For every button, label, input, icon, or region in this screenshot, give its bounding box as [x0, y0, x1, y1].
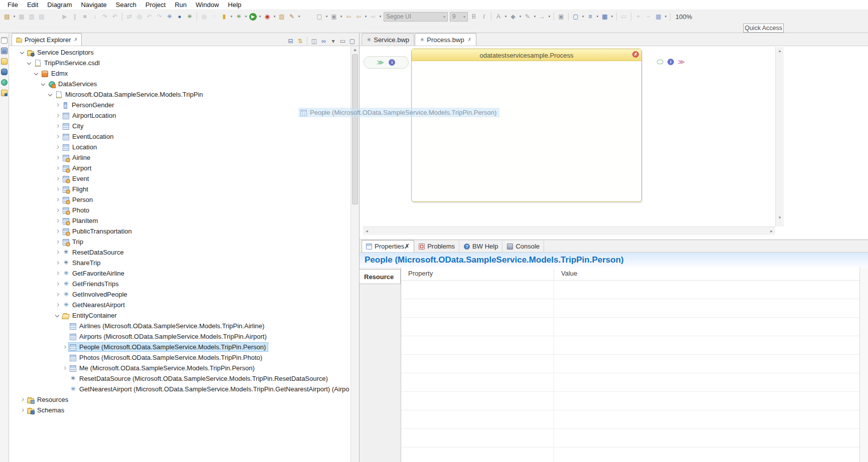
tab-problems[interactable]: Problems — [414, 240, 459, 252]
build-application-button[interactable]: ✳ — [165, 12, 174, 21]
tree-item[interactable]: Flight — [9, 184, 351, 194]
tab-service-bwp[interactable]: ✳Service.bwp — [362, 33, 414, 46]
menu-run[interactable]: Run — [170, 0, 191, 10]
copy-appearance-button[interactable]: ▣ — [557, 12, 566, 21]
tree-item-content[interactable]: ResetDataSource — [61, 248, 126, 257]
tree-item[interactable]: GetNearestAirport — [9, 300, 351, 310]
italic-button[interactable]: I — [479, 12, 488, 21]
navigate-forward-button[interactable]: ⇨ — [369, 12, 378, 21]
twistie-icon[interactable] — [54, 123, 61, 130]
collapse-all-button[interactable]: ⊟ — [286, 37, 295, 46]
save-all-button[interactable]: ▥ — [27, 12, 36, 21]
menu-search[interactable]: Search — [111, 0, 141, 10]
tree-item-content[interactable]: Microsoft.OData.SampleService.Models.Tri… — [54, 90, 206, 99]
twistie-icon[interactable] — [54, 133, 61, 140]
tree-item-content[interactable]: PersonGender — [61, 100, 117, 110]
property-row[interactable] — [401, 299, 859, 318]
maximize-button[interactable]: ▢ — [348, 37, 357, 46]
scroll-up-icon[interactable]: ▴ — [776, 47, 784, 55]
debug-application-button[interactable]: ◉ — [263, 12, 272, 21]
dropdown-caret-icon[interactable]: ▾ — [533, 15, 537, 19]
twistie-icon[interactable] — [54, 270, 61, 277]
ruler-units-button[interactable]: ▮ — [220, 12, 229, 21]
dropdown-caret-icon[interactable]: ▾ — [518, 15, 523, 19]
tree-item-content[interactable]: Event — [61, 174, 91, 183]
tree-item[interactable]: Airline — [9, 152, 351, 163]
twistie-icon[interactable] — [54, 112, 61, 119]
twistie-icon[interactable] — [54, 196, 61, 203]
tree-item-content[interactable]: Me (Microsoft.OData.SampleService.Models… — [68, 363, 257, 373]
dropdown-caret-icon[interactable]: ▾ — [12, 15, 17, 19]
tree-item[interactable]: People (Microsoft.OData.SampleService.Mo… — [9, 342, 351, 352]
menu-window[interactable]: Window — [191, 0, 223, 10]
grid-button[interactable]: ▦ — [654, 12, 663, 21]
add-note-button[interactable]: ▢ — [315, 12, 324, 21]
tree-item[interactable]: Airlines (Microsoft.OData.SampleService.… — [9, 321, 351, 331]
tree-item[interactable]: GetFavoriteAirline — [9, 268, 351, 279]
minimize-button[interactable]: ▭ — [338, 37, 347, 46]
tree-item[interactable]: Airport — [9, 163, 351, 173]
tree-item-content[interactable]: People (Microsoft.OData.SampleService.Mo… — [68, 342, 268, 352]
user-search-button[interactable]: ● — [175, 12, 184, 21]
twistie-icon[interactable] — [19, 49, 26, 56]
skip-breakpoints-button[interactable]: ⇄ — [125, 12, 134, 21]
tab-bw-help[interactable]: ?BW Help — [459, 240, 502, 252]
tree-item-content[interactable]: Resources — [26, 395, 71, 404]
tree-item-content[interactable]: Trip — [61, 237, 86, 247]
debug-terminate-button[interactable]: ■ — [80, 12, 89, 21]
align-button[interactable]: ≡ — [586, 12, 595, 21]
external-tools-button[interactable]: ◎ — [200, 12, 209, 21]
process-box[interactable]: odatatestservicesample.Process ✗ — [411, 49, 642, 202]
navigate-back-history-button[interactable]: ⇦ — [354, 12, 363, 21]
twistie-icon[interactable] — [54, 228, 61, 235]
chevrons-icon[interactable]: ≫ — [377, 59, 384, 66]
marquee-zoom-button[interactable]: ▭ — [619, 12, 628, 21]
font-size-combo[interactable]: 9▾ — [450, 12, 468, 22]
process-box-header[interactable]: odatatestservicesample.Process ✗ — [412, 49, 641, 61]
column-header-value[interactable]: Value — [554, 268, 577, 280]
dropdown-caret-icon[interactable]: ▾ — [581, 15, 585, 19]
save-button[interactable]: ▦ — [17, 12, 26, 21]
property-row[interactable] — [401, 429, 859, 447]
tree-item[interactable]: Edmx — [9, 68, 351, 79]
font-color-button[interactable]: A — [494, 12, 503, 21]
debug-resume-button[interactable]: ▶ — [60, 12, 69, 21]
tab-process-bwp[interactable]: ✳Process.bwp✗ — [415, 33, 476, 46]
dropdown-caret-icon[interactable]: ▾ — [324, 15, 329, 19]
tree-item-content[interactable]: EventLocation — [61, 132, 116, 141]
tree-item-content[interactable]: Service Descriptors — [26, 48, 96, 57]
property-row[interactable] — [401, 447, 859, 462]
new-wizard-button[interactable]: ▤ — [3, 12, 12, 21]
twistie-icon[interactable] — [40, 81, 47, 88]
link-icon[interactable] — [657, 60, 663, 64]
tree-item-content[interactable]: AirportLocation — [61, 111, 118, 120]
tree-item[interactable]: ShareTrip — [9, 258, 351, 268]
tree-item-content[interactable]: Location — [61, 142, 99, 152]
tab-properties[interactable]: Properties✗ — [362, 240, 414, 252]
close-icon[interactable]: ✗ — [74, 37, 78, 42]
tree-item[interactable]: TripPinService.csdl — [9, 58, 351, 68]
dropdown-caret-icon[interactable]: ▾ — [364, 15, 368, 19]
twistie-icon[interactable] — [54, 249, 61, 256]
link-with-editor-button[interactable]: ⇅ — [296, 37, 304, 46]
zoom-out-button[interactable]: − — [644, 12, 653, 21]
data-services-icon[interactable] — [1, 79, 8, 86]
property-row[interactable] — [401, 410, 859, 429]
step-return-button[interactable]: ↶ — [110, 12, 119, 21]
dropdown-caret-icon[interactable]: ▾ — [503, 15, 508, 19]
dropdown-caret-icon[interactable]: ▾ — [610, 15, 614, 19]
tree-item-content[interactable]: GetNearestAirport (Microsoft.OData.Sampl… — [68, 384, 351, 394]
column-header-property[interactable]: Property — [401, 268, 554, 280]
tree-item-content[interactable]: GetFriendsTrips — [61, 279, 121, 289]
quick-access-box[interactable]: Quick Access — [743, 24, 784, 33]
twistie-icon[interactable] — [19, 407, 26, 414]
tree-item[interactable]: Photos (Microsoft.OData.SampleService.Mo… — [9, 352, 351, 363]
filters-button[interactable]: ∞ — [319, 37, 328, 46]
tree-item-content[interactable]: GetInvolvedPeople — [61, 290, 130, 299]
tab-resource[interactable]: Resource — [360, 269, 401, 284]
scroll-left-icon[interactable]: ◂ — [363, 227, 371, 235]
bw-tools-button[interactable]: ✳ — [185, 12, 194, 21]
process-canvas[interactable]: ≫ i odatatestservicesample.Process ✗ i ≫ — [360, 46, 868, 240]
twistie-icon[interactable] — [54, 186, 61, 193]
debug-suspend-button[interactable]: ∥ — [70, 12, 79, 21]
